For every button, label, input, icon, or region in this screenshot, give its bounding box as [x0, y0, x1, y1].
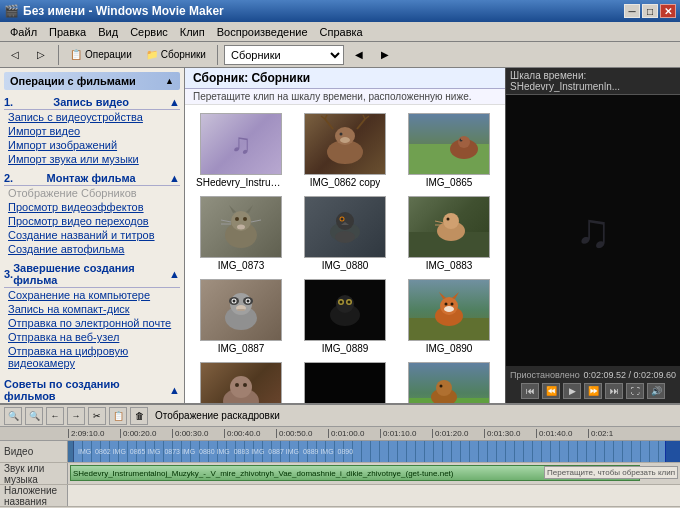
media-label-8: IMG_0890	[426, 343, 473, 354]
media-item-2[interactable]: IMG_0865	[401, 113, 497, 188]
menu-view[interactable]: Вид	[92, 24, 124, 40]
timeline-delete[interactable]: 🗑	[130, 407, 148, 425]
preview-rewind-button[interactable]: ⏪	[542, 383, 560, 399]
media-label-1: IMG_0862 copy	[310, 177, 381, 188]
svg-rect-14	[461, 138, 469, 140]
thumb-6	[200, 279, 282, 341]
media-item-7[interactable]: IMG_0889	[297, 279, 393, 354]
menu-file[interactable]: Файл	[4, 24, 43, 40]
track-video-content[interactable]: IMG_0862 IMG_0865 IMG_0873 IMG_0880 IMG_…	[68, 441, 680, 462]
panel-arrow-icon: ▲	[165, 76, 174, 86]
svg-point-9	[340, 137, 350, 143]
track-title-content[interactable]	[68, 485, 680, 506]
timeline-zoom-out[interactable]: 🔍	[25, 407, 43, 425]
content-header-text: Сборник: Сборники	[193, 71, 310, 85]
window-title: Без имени - Windows Movie Maker	[23, 4, 224, 18]
link-record-video[interactable]: Запись с видеоустройства	[4, 110, 180, 124]
link-show-collections[interactable]: Отображение Сборников	[4, 186, 180, 200]
toolbar-collections-button[interactable]: 📁 Сборники	[141, 44, 211, 66]
svg-line-3	[357, 119, 365, 129]
toolbar-nav-next[interactable]: ▶	[374, 44, 396, 66]
preview-play-button[interactable]: ▶	[563, 383, 581, 399]
link-send-web[interactable]: Отправка на веб-узел	[4, 330, 180, 344]
media-grid: ♫ SHedevry_Instrum...	[185, 105, 505, 403]
title-bar-left: 🎬 Без имени - Windows Movie Maker	[4, 4, 224, 18]
title-bar-controls[interactable]: ─ □ ✕	[624, 4, 676, 18]
maximize-button[interactable]: □	[642, 4, 658, 18]
media-item-6[interactable]: IMG_0887	[193, 279, 289, 354]
svg-point-33	[443, 213, 459, 229]
ruler-tick-1: 0:00:20.0	[120, 429, 172, 438]
media-item-11[interactable]	[401, 362, 497, 403]
timeline: 🔍 🔍 ← → ✂ 📋 🗑 Отображение раскадровки 2:…	[0, 403, 680, 508]
preview-title: Шкала времени: SHedevry_Instrumenln...	[506, 68, 680, 95]
menu-playback[interactable]: Воспроизведение	[211, 24, 314, 40]
media-item-9[interactable]	[193, 362, 289, 403]
toolbar-separator-2	[217, 45, 218, 65]
svg-line-23	[251, 220, 261, 222]
minimize-button[interactable]: ─	[624, 4, 640, 18]
menu-edit[interactable]: Правка	[43, 24, 92, 40]
video-clip-strip[interactable]: IMG_0862 IMG_0865 IMG_0873 IMG_0880 IMG_…	[68, 441, 680, 462]
section-2-header: 2. Монтаж фильма ▲	[4, 170, 180, 186]
media-item-1[interactable]: IMG_0862 copy	[297, 113, 393, 188]
thumb-4	[304, 196, 386, 258]
operations-icon: 📋	[70, 49, 82, 60]
media-item-10[interactable]	[297, 362, 393, 403]
preview-volume-button[interactable]: 🔊	[647, 383, 665, 399]
timeline-nav-next[interactable]: →	[67, 407, 85, 425]
tips-section: Советы по созданию фильмов ▲ Запись виде…	[4, 376, 180, 403]
content-subtitle: Перетащите клип на шкалу времени, распол…	[185, 89, 505, 105]
section-1-number: 1.	[4, 96, 13, 108]
link-create-titles[interactable]: Создание названий и титров	[4, 228, 180, 242]
track-audio-content[interactable]: SHedevry_Instrumentalnoj_Muzyky_-_V_mire…	[68, 463, 680, 484]
svg-point-59	[451, 303, 454, 306]
toolbar-forward-button[interactable]: ▷	[30, 44, 52, 66]
link-send-camera[interactable]: Отправка на цифровую видеокамеру	[4, 344, 180, 370]
preview-prev-button[interactable]: ⏮	[521, 383, 539, 399]
media-item-4[interactable]: IMG_0880	[297, 196, 393, 271]
media-item-5[interactable]: IMG_0883	[401, 196, 497, 271]
menu-bar: Файл Правка Вид Сервис Клип Воспроизведе…	[0, 22, 680, 42]
toolbar: ◁ ▷ 📋 Операции 📁 Сборники Сборники ◀ ▶	[0, 42, 680, 68]
link-video-transitions[interactable]: Просмотр видео переходов	[4, 214, 180, 228]
menu-clip[interactable]: Клип	[174, 24, 211, 40]
track-title-row: Наложение названия	[0, 485, 680, 507]
toolbar-nav-prev[interactable]: ◀	[348, 44, 370, 66]
close-button[interactable]: ✕	[660, 4, 676, 18]
toolbar-back-button[interactable]: ◁	[4, 44, 26, 66]
link-import-images[interactable]: Импорт изображений	[4, 138, 180, 152]
link-save-cd[interactable]: Запись на компакт-диск	[4, 302, 180, 316]
toolbar-operations-button[interactable]: 📋 Операции	[65, 44, 137, 66]
thumb-3	[200, 196, 282, 258]
media-item-3[interactable]: IMG_0873	[193, 196, 289, 271]
preview-fullscreen-button[interactable]: ⛶	[626, 383, 644, 399]
link-import-video[interactable]: Импорт видео	[4, 124, 180, 138]
menu-help[interactable]: Справка	[314, 24, 369, 40]
menu-service[interactable]: Сервис	[124, 24, 174, 40]
timeline-split[interactable]: ✂	[88, 407, 106, 425]
svg-line-21	[221, 220, 231, 222]
svg-line-35	[435, 221, 444, 223]
ruler-tick-8: 0:01:30.0	[484, 429, 536, 438]
link-video-effects[interactable]: Просмотр видеоэффектов	[4, 200, 180, 214]
preview-next-button[interactable]: ⏭	[605, 383, 623, 399]
media-item-8[interactable]: IMG_0890	[401, 279, 497, 354]
link-import-audio[interactable]: Импорт звука или музыки	[4, 152, 180, 166]
ruler-tick-7: 0:01:20.0	[432, 429, 484, 438]
link-send-email[interactable]: Отправка по электронной почте	[4, 316, 180, 330]
link-save-computer[interactable]: Сохранение на компьютере	[4, 288, 180, 302]
preview-forward-button[interactable]: ⏩	[584, 383, 602, 399]
ruler-tick-9: 0:01:40.0	[536, 429, 588, 438]
collections-combo[interactable]: Сборники	[224, 45, 344, 65]
audio-trim-hint-text: Перетащите, чтобы обрезать клип	[547, 468, 675, 477]
svg-line-7	[363, 115, 365, 119]
timeline-paste[interactable]: 📋	[109, 407, 127, 425]
media-item-0[interactable]: ♫ SHedevry_Instrum...	[193, 113, 289, 188]
app-icon: 🎬	[4, 4, 19, 18]
svg-point-62	[230, 376, 252, 398]
timeline-zoom-in[interactable]: 🔍	[4, 407, 22, 425]
timeline-nav-prev[interactable]: ←	[46, 407, 64, 425]
thumb-8	[408, 279, 490, 341]
link-auto-movie[interactable]: Создание автофильма	[4, 242, 180, 256]
